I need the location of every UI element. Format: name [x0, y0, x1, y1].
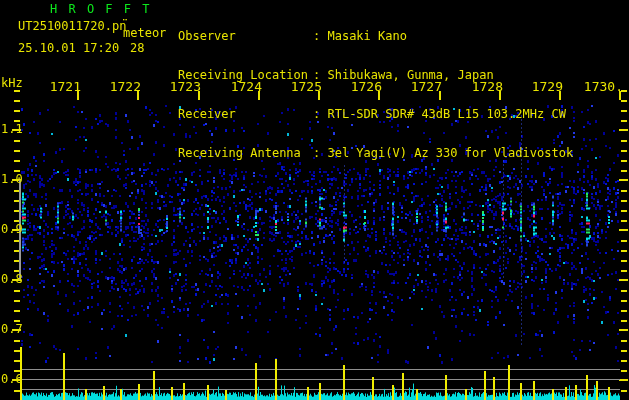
info-value: RTL-SDR SDR# 43dB L15 103.2MHz CW: [327, 107, 565, 121]
time-tick-label: 1724: [218, 80, 262, 93]
time-tick-label: 1729: [519, 80, 563, 93]
datetime-label: 25.10.01 17:20: [18, 42, 119, 54]
freq-tick-label: 0.8: [1, 273, 23, 285]
freq-tick-label: 0.7: [1, 323, 23, 335]
time-tick-label: 1728: [459, 80, 503, 93]
freq-tick-label: 0.9: [1, 223, 23, 235]
time-tick-label: 1725: [278, 80, 322, 93]
time-tick-label: 1727: [398, 80, 442, 93]
time-tick-label: 1730.: [579, 80, 623, 93]
freq-tick-label: 0.6: [1, 373, 23, 385]
app-title: H R O F F T: [50, 3, 151, 15]
time-tick-label: 1723: [157, 80, 201, 93]
hrofft-screen: H R O F F T UT2510011720.pn ¨ meteor 25.…: [0, 0, 629, 400]
info-label: Observer: [178, 30, 313, 43]
file-id-label: UT2510011720.pn: [18, 20, 126, 32]
info-row: Observer: Masaki Kano: [178, 30, 573, 43]
info-row: Receiving Antenna: 3el Yagi(V) Az 330 fo…: [178, 147, 573, 160]
time-tick-label: 1726: [338, 80, 382, 93]
info-label: Receiving Antenna: [178, 147, 313, 160]
y-axis-unit-label: kHz: [1, 77, 23, 89]
receiver-info-block: Observer: Masaki Kano Receiving Location…: [178, 4, 573, 186]
echo-count-label: 28: [130, 42, 144, 54]
info-value: 3el Yagi(V) Az 330 for Vladivostok: [327, 146, 573, 160]
freq-tick-label: 1.0: [1, 173, 23, 185]
freq-tick-label: 1.1: [1, 123, 23, 135]
info-row: Receiver: RTL-SDR SDR# 43dB L15 103.2MHz…: [178, 108, 573, 121]
info-colon: :: [313, 107, 320, 121]
info-label: Receiver: [178, 108, 313, 121]
info-colon: :: [313, 146, 320, 160]
info-colon: :: [313, 29, 320, 43]
time-tick-label: 1721: [37, 80, 81, 93]
info-value: Masaki Kano: [327, 29, 406, 43]
file-overlay-label: meteor: [123, 27, 166, 39]
time-tick-label: 1722: [97, 80, 141, 93]
